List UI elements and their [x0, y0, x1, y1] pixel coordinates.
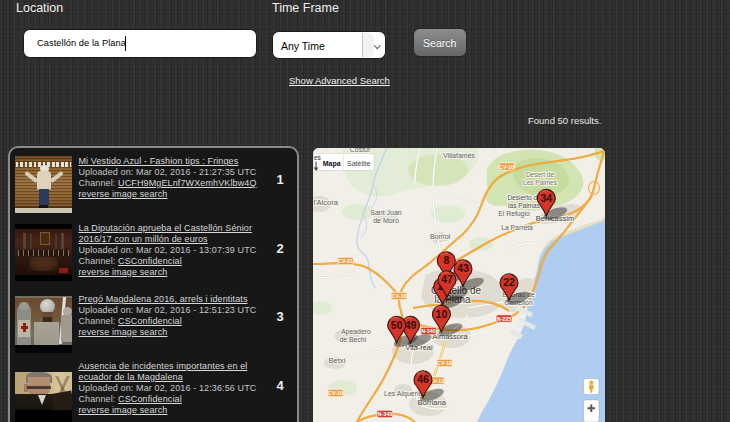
svg-text:CV-21: CV-21	[338, 258, 353, 264]
svg-text:Les Palmes: Les Palmes	[523, 179, 558, 186]
svg-text:CV-10: CV-10	[499, 164, 514, 170]
svg-text:47: 47	[441, 273, 453, 285]
svg-text:CV-10: CV-10	[328, 390, 343, 396]
svg-text:Costur: Costur	[350, 148, 371, 153]
svg-text:49: 49	[405, 319, 417, 331]
svg-text:N-340: N-340	[377, 411, 392, 417]
svg-text:es: es	[314, 154, 322, 161]
svg-text:Betxí: Betxí	[328, 356, 346, 365]
svg-text:22: 22	[503, 276, 515, 288]
svg-text:10: 10	[436, 308, 448, 320]
svg-text:46: 46	[417, 373, 429, 385]
svg-text:Desierto de: Desierto de	[507, 194, 541, 201]
svg-text:las Palmas: las Palmas	[508, 202, 541, 209]
svg-text:l'Alcora: l'Alcora	[314, 198, 339, 207]
svg-text:N-225: N-225	[497, 316, 512, 322]
svg-text:Desert de: Desert de	[526, 171, 555, 178]
svg-text:Borriol: Borriol	[430, 233, 451, 240]
svg-text:Mapa: Mapa	[323, 160, 341, 168]
svg-text:Satélite: Satélite	[347, 160, 370, 167]
svg-text:El Refugio: El Refugio	[498, 210, 530, 218]
svg-text:CV-18: CV-18	[437, 360, 452, 366]
svg-text:50: 50	[391, 319, 403, 331]
svg-text:de Moró: de Moró	[373, 217, 399, 224]
svg-text:de Bechí: de Bechí	[340, 336, 367, 343]
svg-text:CV-10: CV-10	[392, 293, 407, 299]
svg-text:La Parreta: La Parreta	[501, 224, 533, 231]
svg-text:43: 43	[457, 262, 469, 274]
svg-text:34: 34	[540, 192, 552, 204]
svg-text:8: 8	[443, 254, 449, 266]
svg-text:N-340: N-340	[421, 328, 436, 334]
svg-text:Villafamés: Villafamés	[443, 152, 476, 159]
svg-text:Sant Joan: Sant Joan	[370, 209, 402, 216]
